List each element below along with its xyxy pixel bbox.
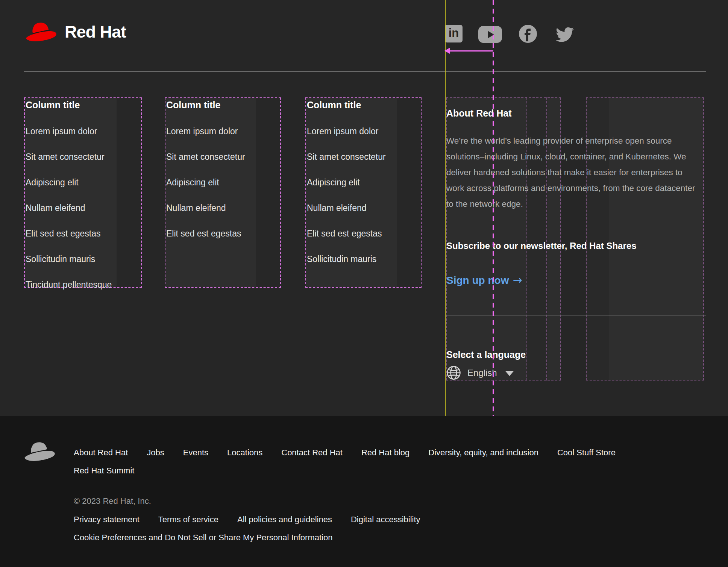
arrow-right-icon: → bbox=[513, 273, 522, 287]
column-link[interactable]: Sit amet consectetur bbox=[26, 152, 141, 162]
about-title: About Red Hat bbox=[446, 108, 512, 119]
column-link[interactable]: Nullam eleifend bbox=[26, 203, 141, 213]
column-link-list: Lorem ipsum dolorSit amet consecteturAdi… bbox=[166, 126, 280, 239]
twitter-icon[interactable] bbox=[554, 26, 576, 44]
footer-nav-link[interactable]: Contact Red Hat bbox=[281, 447, 343, 458]
linkedin-icon[interactable]: in bbox=[445, 25, 463, 42]
about-divider bbox=[446, 315, 706, 315]
footer-nav-link[interactable]: Cool Stuff Store bbox=[557, 447, 616, 458]
footer-nav-link[interactable]: Red Hat Summit bbox=[74, 465, 134, 476]
footer-nav-link[interactable]: Red Hat blog bbox=[361, 447, 410, 458]
link-column: Column titleLorem ipsum dolorSit amet co… bbox=[24, 97, 142, 288]
column-link[interactable]: Tincidunt pellentesque bbox=[26, 279, 141, 290]
language-selector[interactable]: English bbox=[446, 365, 514, 381]
social-links: in bbox=[445, 25, 580, 44]
legal-link[interactable]: All policies and guidelines bbox=[237, 514, 332, 525]
column-link[interactable]: Elit sed est egestas bbox=[307, 228, 421, 239]
column-link-list: Lorem ipsum dolorSit amet consecteturAdi… bbox=[307, 126, 421, 264]
legal-link[interactable]: Digital accessibility bbox=[351, 514, 420, 525]
footer-nav: About Red HatJobsEventsLocationsContact … bbox=[74, 447, 690, 476]
column-link[interactable]: Nullam eleifend bbox=[307, 203, 421, 213]
link-column: Column titleLorem ipsum dolorSit amet co… bbox=[305, 97, 422, 288]
about-description: We’re the world’s leading provider of en… bbox=[446, 133, 698, 212]
column-title: Column title bbox=[307, 99, 421, 111]
footer-nav-link[interactable]: Diversity, equity, and inclusion bbox=[428, 447, 538, 458]
footer-nav-link[interactable]: Jobs bbox=[147, 447, 164, 458]
column-link[interactable]: Adipiscing elit bbox=[26, 177, 141, 188]
caret-down-icon bbox=[505, 371, 514, 376]
column-link[interactable]: Lorem ipsum dolor bbox=[307, 126, 421, 136]
column-link[interactable]: Lorem ipsum dolor bbox=[26, 126, 141, 136]
column-link-list: Lorem ipsum dolorSit amet consecteturAdi… bbox=[26, 126, 141, 290]
legal-link[interactable]: Terms of service bbox=[158, 514, 218, 525]
sign-up-now-link[interactable]: Sign up now→ bbox=[446, 273, 522, 287]
column-link[interactable]: Adipiscing elit bbox=[166, 177, 280, 188]
red-hat-fedora-icon bbox=[24, 20, 59, 44]
legal-links: Privacy statementTerms of serviceAll pol… bbox=[74, 514, 420, 525]
column-link[interactable]: Nullam eleifend bbox=[166, 203, 280, 213]
link-column: Column titleLorem ipsum dolorSit amet co… bbox=[165, 97, 281, 288]
cookie-preferences-link[interactable]: Cookie Preferences and Do Not Sell or Sh… bbox=[74, 532, 332, 543]
column-link[interactable]: Lorem ipsum dolor bbox=[166, 126, 280, 136]
column-link[interactable]: Elit sed est egestas bbox=[26, 228, 141, 239]
column-title: Column title bbox=[26, 99, 141, 111]
footer-nav-link[interactable]: Events bbox=[183, 447, 208, 458]
arrow-left-head bbox=[444, 48, 450, 54]
globe-icon bbox=[446, 365, 461, 381]
brand-wordmark: Red Hat bbox=[65, 19, 126, 45]
guide-yellow-line bbox=[445, 0, 446, 416]
column-link[interactable]: Sit amet consectetur bbox=[307, 152, 421, 162]
footer-nav-link[interactable]: About Red Hat bbox=[74, 447, 128, 458]
column-title: Column title bbox=[166, 99, 280, 111]
language-title: Select a language bbox=[446, 349, 526, 360]
guide-measure-arrow bbox=[449, 50, 493, 52]
column-link[interactable]: Sollicitudin mauris bbox=[26, 254, 141, 264]
guide-magenta-dashed-line bbox=[493, 0, 494, 416]
header-divider bbox=[24, 71, 706, 72]
legal-link[interactable]: Privacy statement bbox=[74, 514, 140, 525]
footer-nav-link[interactable]: Locations bbox=[227, 447, 262, 458]
sign-up-label: Sign up now bbox=[446, 274, 509, 286]
gray-fedora-icon bbox=[23, 437, 57, 466]
newsletter-subscribe-text: Subscribe to our newsletter, Red Hat Sha… bbox=[446, 241, 636, 251]
column-link[interactable]: Elit sed est egestas bbox=[166, 228, 280, 239]
facebook-icon[interactable] bbox=[519, 25, 537, 43]
red-hat-logo[interactable]: Red Hat bbox=[24, 19, 126, 45]
column-link[interactable]: Adipiscing elit bbox=[307, 177, 421, 188]
column-link[interactable]: Sollicitudin mauris bbox=[307, 254, 421, 264]
column-link[interactable]: Sit amet consectetur bbox=[166, 152, 280, 162]
legal-footer: About Red HatJobsEventsLocationsContact … bbox=[0, 416, 728, 567]
youtube-icon[interactable] bbox=[478, 26, 502, 43]
redhat-footer-spec: Red Hat in Column titleLorem ipsum dolor… bbox=[0, 0, 728, 567]
copyright-text: © 2023 Red Hat, Inc. bbox=[74, 496, 151, 506]
